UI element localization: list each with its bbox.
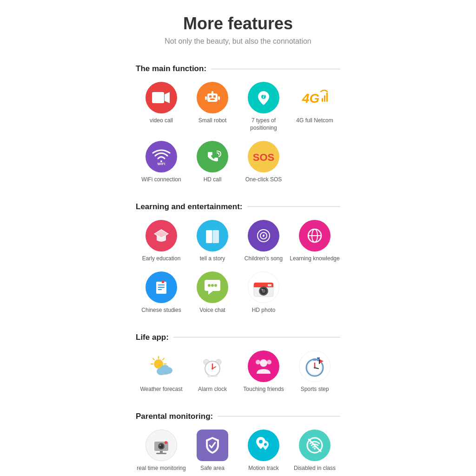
svg-rect-44 — [268, 284, 271, 286]
svg-rect-6 — [212, 91, 213, 94]
svg-point-35 — [211, 284, 214, 287]
svg-rect-13 — [324, 95, 325, 102]
section-title-life: Life app: — [136, 333, 173, 342]
list-item: Disabled in class — [289, 430, 340, 472]
sports-step-icon — [299, 350, 331, 382]
list-item: SOS One-click SOS — [238, 141, 289, 184]
svg-point-43 — [262, 289, 263, 291]
video-call-label: video call — [150, 117, 173, 125]
positioning-icon: 7 — [248, 82, 279, 113]
svg-text:WiFi: WiFi — [158, 162, 165, 165]
voice-chat-icon — [197, 271, 228, 303]
svg-line-50 — [153, 358, 154, 360]
list-item: HD photo — [238, 271, 289, 314]
svg-rect-3 — [209, 95, 212, 98]
motion-track-label: Motion track — [248, 465, 278, 472]
svg-rect-20 — [212, 230, 219, 243]
svg-point-68 — [256, 360, 260, 364]
learning-knowledge-label: Learning knowledge — [290, 255, 339, 263]
list-item: Sports step — [289, 350, 340, 393]
svg-text:7: 7 — [262, 94, 265, 99]
svg-point-66 — [260, 359, 267, 367]
wifi-icon: WiFi — [145, 141, 177, 172]
alarm-clock-icon — [197, 350, 228, 382]
disabled-in-class-icon — [299, 430, 331, 461]
page-title: More features — [183, 14, 293, 33]
hd-call-label: HD call — [204, 176, 222, 184]
svg-point-65 — [214, 375, 218, 377]
sports-step-label: Sports step — [301, 386, 329, 393]
learning-section: Learning and entertainment: Early educat… — [136, 198, 340, 328]
svg-point-63 — [212, 368, 213, 370]
svg-line-52 — [163, 358, 164, 360]
real-time-monitoring-icon — [145, 430, 177, 461]
section-title-learning: Learning and entertainment: — [136, 202, 247, 212]
main-function-grid: video call Small robot — [136, 82, 340, 193]
section-divider — [173, 337, 340, 337]
sos-label: One-click SOS — [245, 176, 282, 184]
list-item: Small robot — [187, 82, 238, 132]
list-item: ♪ Children's song — [238, 220, 289, 263]
svg-point-82 — [160, 444, 161, 446]
hd-photo-icon — [248, 271, 279, 303]
small-robot-icon — [197, 82, 228, 113]
svg-marker-1 — [165, 92, 170, 103]
hd-photo-label: HD photo — [252, 307, 276, 314]
parental-monitoring-section: Parental monitoring: real time — [136, 407, 340, 476]
sos-icon: SOS — [248, 141, 279, 172]
svg-rect-14 — [326, 93, 328, 102]
svg-point-34 — [208, 284, 211, 287]
life-app-grid: Weather forecast — [136, 350, 340, 403]
list-item: Early education — [136, 220, 187, 263]
svg-point-75 — [314, 367, 316, 369]
svg-rect-4 — [213, 95, 216, 98]
svg-rect-0 — [152, 92, 164, 103]
safe-area-icon — [197, 430, 228, 461]
list-item: Voice chat — [187, 271, 238, 314]
chinese-studies-label: Chinese studies — [141, 307, 181, 314]
svg-rect-78 — [317, 357, 320, 359]
svg-rect-7 — [205, 96, 207, 100]
life-app-section: Life app: — [136, 328, 340, 407]
svg-rect-2 — [207, 93, 218, 102]
safe-area-label: Safe area — [200, 465, 225, 472]
wifi-label: WiFi connection — [141, 176, 181, 184]
disabled-in-class-label: Disabled in class — [294, 465, 336, 472]
list-item: Motion track — [238, 430, 289, 472]
list-item: video call — [136, 82, 187, 132]
svg-text:4G: 4G — [302, 91, 319, 106]
svg-point-85 — [165, 441, 167, 444]
video-call-icon — [145, 82, 177, 113]
real-time-monitoring-label: real time monitoring — [137, 465, 185, 472]
4g-icon: 4G — [299, 82, 331, 113]
section-divider — [211, 69, 340, 69]
learning-knowledge-icon — [299, 220, 331, 251]
svg-point-87 — [264, 443, 267, 446]
list-item: 7 7 types of positioning — [238, 82, 289, 132]
weather-forecast-icon — [145, 350, 177, 382]
touching-friends-label: Touching friends — [243, 386, 284, 393]
4g-label: 4G full Netcom — [296, 117, 333, 125]
svg-point-67 — [267, 360, 271, 364]
voice-chat-label: Voice chat — [199, 307, 225, 314]
list-item: tell a story — [187, 220, 238, 263]
svg-rect-8 — [218, 96, 220, 100]
svg-point-36 — [214, 284, 217, 287]
positioning-label: 7 types of positioning — [238, 117, 289, 132]
chinese-studies-icon — [145, 271, 177, 303]
list-item: real time monitoring — [136, 430, 187, 472]
early-education-icon — [145, 220, 177, 251]
svg-rect-12 — [322, 98, 323, 102]
svg-rect-33 — [162, 281, 164, 283]
list-item: Safe area — [187, 430, 238, 472]
svg-rect-5 — [210, 99, 215, 100]
svg-rect-71 — [313, 358, 317, 361]
list-item: Chinese studies — [136, 271, 187, 314]
list-item: Learning knowledge — [289, 220, 340, 263]
svg-point-89 — [314, 448, 316, 450]
svg-text:♪: ♪ — [262, 232, 265, 238]
motion-track-icon — [248, 430, 279, 461]
page-subtitle: Not only the beauty, but also the connot… — [165, 37, 311, 46]
learning-grid: Early education tell a story ♪ — [136, 220, 340, 324]
main-function-section: The main function: video call — [136, 60, 340, 198]
